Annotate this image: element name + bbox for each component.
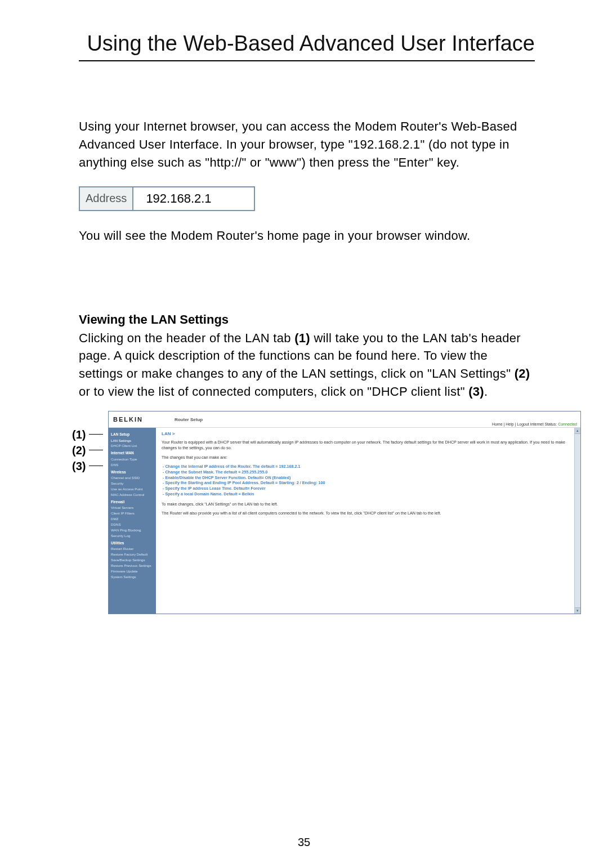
sidebar-item-security-log[interactable]: Security Log <box>111 533 154 539</box>
sidebar-item-lan-settings[interactable]: LAN Settings <box>111 438 154 444</box>
sidebar-section-utilities: Utilities <box>111 540 154 546</box>
router-paragraph-1: Your Router is equipped with a DHCP serv… <box>162 440 575 450</box>
router-top-links: Home | Help | Logout Internet Status: Co… <box>492 422 577 426</box>
sidebar-item-ddns[interactable]: DDNS <box>111 522 154 527</box>
sidebar-item-dns[interactable]: DNS <box>111 462 154 468</box>
section-paragraph: Clicking on the header of the LAN tab (1… <box>79 329 535 401</box>
sidebar-item-mac-address[interactable]: MAC Address Control <box>111 492 154 498</box>
callout-ref-2: (2) <box>515 366 530 381</box>
sidebar-item-save-backup[interactable]: Save/Backup Settings <box>111 557 154 563</box>
sidebar-item-security[interactable]: Security <box>111 481 154 486</box>
text-run: or to view the list of connected compute… <box>79 384 468 399</box>
page-number: 35 <box>0 836 608 849</box>
sidebar-item-firmware[interactable]: Firmware Update <box>111 569 154 574</box>
router-bullet: - Change the Internal IP address of the … <box>163 464 575 469</box>
callout-3: (3) <box>72 460 86 476</box>
callout-1: (1) <box>72 429 86 445</box>
breadcrumb[interactable]: LAN > <box>162 431 575 436</box>
sidebar-item-channel-ssid[interactable]: Channel and SSID <box>111 475 154 481</box>
router-body: LAN Setup LAN Settings DHCP Client List … <box>109 428 580 614</box>
brand-logo: BELKIN <box>113 416 143 423</box>
sidebar-item-restart[interactable]: Restart Router <box>111 546 154 552</box>
callout-line-2 <box>89 450 103 450</box>
router-paragraph-4: The Router will also provide you with a … <box>162 511 575 516</box>
sidebar-item-virtual-servers[interactable]: Virtual Servers <box>111 505 154 511</box>
sidebar-item-connection-type[interactable]: Connection Type <box>111 457 154 462</box>
router-screenshot: BELKIN Router Setup Home | Help | Logout… <box>108 411 581 614</box>
sidebar-item-client-ip-filters[interactable]: Client IP Filters <box>111 511 154 516</box>
router-bullet: - Enable/Disable the DHCP Server Functio… <box>163 475 575 481</box>
sidebar-section-lan: LAN Setup <box>111 432 154 437</box>
callout-labels: (1) (2) (3) <box>72 429 86 476</box>
internet-status-value: Connected <box>558 422 577 426</box>
sidebar-section-wireless: Wireless <box>111 469 154 475</box>
title-rule <box>79 60 535 61</box>
address-label: Address <box>80 187 133 210</box>
address-bar: Address 192.168.2.1 <box>79 186 255 211</box>
address-value: 192.168.2.1 <box>133 187 254 210</box>
sidebar-item-restore-default[interactable]: Restore Factory Default <box>111 552 154 557</box>
router-paragraph-2: The changes that you can make are: <box>162 455 575 460</box>
sidebar-item-dhcp-client-list[interactable]: DHCP Client List <box>111 443 154 449</box>
intro-paragraph: Using your Internet browser, you can acc… <box>79 118 535 172</box>
router-sidebar: LAN Setup LAN Settings DHCP Client List … <box>109 428 156 614</box>
callout-2: (2) <box>72 445 86 460</box>
sidebar-section-firewall: Firewall <box>111 499 154 505</box>
sidebar-item-wan-ping[interactable]: WAN Ping Blocking <box>111 527 154 533</box>
router-paragraph-3: To make changes, click "LAN Settings" on… <box>162 502 575 507</box>
text-run: . <box>484 384 488 399</box>
callout-ref-3: (3) <box>468 384 484 399</box>
router-header: BELKIN Router Setup Home | Help | Logout… <box>109 411 580 428</box>
top-links-text: Home | Help | Logout Internet Status: <box>492 422 558 426</box>
sidebar-item-dmz[interactable]: DMZ <box>111 516 154 522</box>
callout-line-1 <box>89 434 103 435</box>
router-bullet: - Specify the IP address Lease Time. Def… <box>163 486 575 491</box>
page-title: Using the Web-Based Advanced User Interf… <box>79 32 535 56</box>
sidebar-item-restore-previous[interactable]: Restore Previous Settings <box>111 563 154 569</box>
router-subtitle: Router Setup <box>175 417 203 422</box>
section-heading: Viewing the LAN Settings <box>79 312 535 327</box>
scroll-down-icon[interactable]: ▾ <box>575 607 580 614</box>
sidebar-item-system-settings[interactable]: System Settings <box>111 574 154 580</box>
after-address-paragraph: You will see the Modem Router's home pag… <box>79 227 535 245</box>
scrollbar[interactable]: ▴ ▾ <box>574 428 580 614</box>
screenshot-figure: (1) (2) (3) BELKIN Router Setup Home | H… <box>75 411 535 614</box>
text-run: Clicking on the header of the LAN tab <box>79 331 294 345</box>
router-bullet: - Specify the Starting and Ending IP Poo… <box>163 480 575 486</box>
sidebar-section-wan: Internet WAN <box>111 450 154 456</box>
callout-line-3 <box>89 466 103 466</box>
router-bullet: - Specify a local Domain Name. Default =… <box>163 491 575 497</box>
sidebar-item-access-point[interactable]: Use as Access Point <box>111 486 154 492</box>
callout-ref-1: (1) <box>294 331 310 345</box>
scroll-up-icon[interactable]: ▴ <box>575 428 580 434</box>
router-main: LAN > Your Router is equipped with a DHC… <box>156 428 580 614</box>
router-bullet: - Change the Subnet Mask. The default = … <box>163 469 575 475</box>
